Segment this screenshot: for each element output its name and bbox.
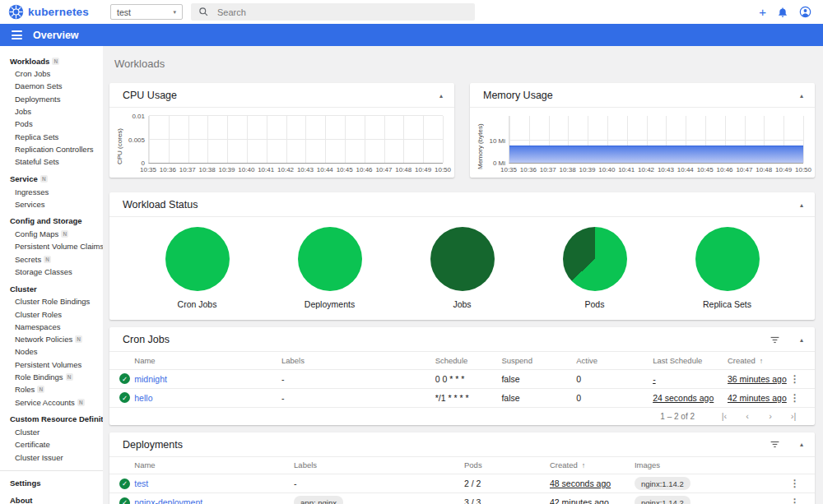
menu-button[interactable] — [12, 30, 22, 39]
collapse-icon[interactable]: ▴ — [800, 336, 803, 344]
usage-charts-row: CPU Usage ▴ CPU (cores) 00.0050.01 10:35… — [109, 83, 815, 178]
column-header-schedule[interactable]: Schedule — [435, 352, 502, 369]
created-cell: 42 minutes ago — [728, 388, 790, 407]
column-header-created[interactable]: Created↑ — [728, 352, 790, 369]
row-menu-button[interactable]: ⋮ — [790, 373, 800, 385]
x-tick-label: 10:44 — [317, 166, 333, 173]
collapse-icon[interactable]: ▴ — [800, 441, 803, 448]
sidebar-item-cluster-roles[interactable]: Cluster Roles — [0, 307, 103, 320]
sidebar-item-daemon-sets[interactable]: Daemon Sets — [0, 80, 103, 92]
sidebar-item-pods[interactable]: Pods — [0, 118, 103, 130]
status-success-icon: ✓ — [119, 479, 130, 489]
name-link[interactable]: test — [134, 479, 148, 488]
sidebar-item-deployments[interactable]: Deployments — [0, 93, 103, 105]
search-bar[interactable] — [191, 3, 475, 21]
sidebar-section-workloads[interactable]: WorkloadsN — [0, 54, 103, 67]
column-header-empty — [790, 457, 815, 474]
sidebar-item-cron-jobs[interactable]: Cron Jobs — [0, 67, 103, 80]
sidebar-item-certificate[interactable]: Certificate — [0, 438, 103, 451]
row-menu-button[interactable]: ⋮ — [790, 392, 800, 404]
gridline — [207, 116, 208, 163]
workload-status-title: Workload Status — [123, 199, 780, 210]
name-link[interactable]: hello — [134, 393, 152, 403]
pie-label: Deployments — [305, 299, 355, 309]
column-header-last-schedule[interactable]: Last Schedule — [653, 352, 728, 369]
sidebar-section-cluster[interactable]: Cluster — [0, 282, 103, 295]
sidebar-item-label: Cluster Roles — [15, 310, 62, 319]
sidebar-item-persistent-volumes[interactable]: Persistent Volumes — [0, 358, 103, 371]
column-header-labels[interactable]: Labels — [294, 457, 464, 474]
sidebar-item-role-bindings[interactable]: Role BindingsN — [0, 371, 103, 383]
sidebar-section-label: Service — [10, 174, 38, 183]
sidebar-section-service[interactable]: ServiceN — [0, 172, 103, 185]
sidebar-item-label: Replica Sets — [15, 132, 58, 141]
column-header-empty — [790, 352, 815, 369]
x-tick-label: 10:46 — [717, 166, 733, 173]
sidebar-item-replica-sets[interactable]: Replica Sets — [0, 130, 103, 142]
sidebar-item-roles[interactable]: RolesN — [0, 383, 103, 395]
sidebar-item-network-policies[interactable]: Network PoliciesN — [0, 333, 103, 345]
sidebar-item-persistent-volume-claims[interactable]: Persistent Volume ClaimsN — [0, 240, 103, 252]
sidebar-item-settings[interactable]: Settings — [0, 474, 103, 492]
first-page-button[interactable]: |‹ — [713, 411, 736, 421]
sidebar-item-service-accounts[interactable]: Service AccountsN — [0, 396, 103, 409]
sidebar-item-stateful-sets[interactable]: Stateful Sets — [0, 155, 103, 168]
search-input[interactable] — [217, 7, 467, 17]
column-header-name[interactable]: Name — [134, 457, 294, 474]
gridline — [188, 116, 189, 163]
sidebar-section-custom-resource-definitions[interactable]: Custom Resource Definitions — [0, 413, 103, 426]
name-link[interactable]: nginx-deployment — [134, 497, 202, 504]
sidebar-item-cluster-issuer[interactable]: Cluster Issuer — [0, 451, 103, 463]
column-header-suspend[interactable]: Suspend — [501, 352, 576, 369]
column-header-labels[interactable]: Labels — [281, 352, 435, 369]
x-tick-label: 10:47 — [736, 166, 752, 173]
collapse-icon[interactable]: ▴ — [800, 92, 803, 99]
gridline — [403, 116, 404, 163]
cpu-axis-label: CPU (cores) — [116, 123, 123, 170]
created-value: 48 seconds ago — [550, 479, 611, 488]
sidebar-item-replication-controllers[interactable]: Replication Controllers — [0, 143, 103, 155]
sidebar-item-secrets[interactable]: SecretsN — [0, 253, 103, 266]
filter-icon[interactable] — [770, 439, 780, 450]
sidebar-item-namespaces[interactable]: Namespaces — [0, 321, 103, 333]
column-header-name[interactable]: Name — [134, 352, 281, 369]
row-menu-button[interactable]: ⋮ — [790, 478, 800, 489]
column-header-pods[interactable]: Pods — [464, 457, 550, 474]
previous-page-button[interactable]: ‹ — [736, 411, 759, 421]
column-header-active[interactable]: Active — [576, 352, 653, 369]
row-menu-button[interactable]: ⋮ — [790, 497, 800, 504]
sidebar-item-cluster-role-bindings[interactable]: Cluster Role Bindings — [0, 295, 103, 307]
sidebar-item-ingresses[interactable]: Ingresses — [0, 185, 103, 197]
next-page-button[interactable]: › — [759, 411, 782, 421]
sidebar-item-services[interactable]: Services — [0, 198, 103, 210]
x-tick-label: 10:37 — [540, 166, 556, 173]
column-header-images[interactable]: Images — [635, 457, 790, 474]
sidebar-item-nodes[interactable]: Nodes — [0, 345, 103, 358]
suspend-cell: false — [501, 388, 576, 407]
gridline — [267, 116, 267, 163]
pie-chart-replica-sets — [695, 227, 760, 291]
status-cell: ✓ — [109, 388, 134, 407]
sidebar-item-config-maps[interactable]: Config MapsN — [0, 228, 103, 240]
sidebar-item-about[interactable]: About — [0, 492, 103, 504]
sidebar-section-config-and-storage[interactable]: Config and Storage — [0, 215, 103, 228]
page-header-title: Overview — [33, 30, 79, 41]
namespace-selector[interactable]: test ▾ — [110, 4, 183, 20]
x-tick-label: 10:40 — [598, 166, 615, 173]
column-header-created[interactable]: Created↑ — [550, 457, 635, 474]
last-page-button[interactable]: ›| — [782, 411, 805, 421]
account-button[interactable] — [799, 6, 811, 18]
name-link[interactable]: midnight — [134, 374, 167, 384]
notifications-button[interactable] — [777, 7, 788, 18]
sidebar-item-label: Cron Jobs — [15, 69, 50, 78]
sidebar-item-storage-classes[interactable]: Storage Classes — [0, 266, 103, 278]
collapse-icon[interactable]: ▴ — [800, 201, 803, 209]
sidebar-item-cluster[interactable]: Cluster — [0, 426, 103, 438]
add-resource-button[interactable]: + — [759, 6, 766, 18]
page-title: Workloads — [114, 58, 815, 70]
filter-icon[interactable] — [770, 335, 780, 345]
sidebar-item-jobs[interactable]: Jobs — [0, 105, 103, 118]
collapse-icon[interactable]: ▴ — [439, 92, 443, 99]
labels-cell: app: nginx — [294, 493, 464, 504]
y-tick-label: 0.01 — [132, 113, 145, 120]
